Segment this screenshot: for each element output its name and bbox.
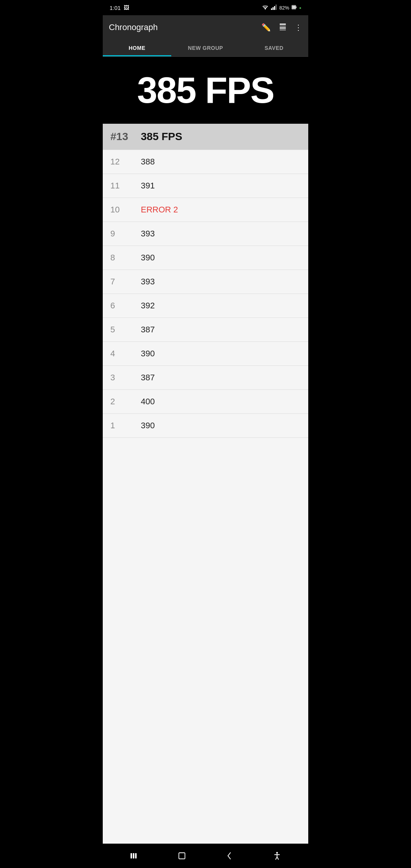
photo-icon: 🖼 [124, 5, 129, 11]
table-row[interactable]: 5387 [103, 318, 308, 342]
tab-bar: HOME NEW GROUP SAVED [103, 40, 308, 57]
pencil-icon[interactable]: ✏️ [261, 23, 271, 32]
shot-number: 2 [110, 397, 141, 407]
shot-number: 7 [110, 277, 141, 287]
tab-home[interactable]: HOME [103, 40, 171, 56]
table-row[interactable]: 8390 [103, 246, 308, 270]
shot-value: 388 [141, 157, 155, 167]
status-right: 82% ● [262, 5, 301, 11]
more-icon[interactable]: ⋮ [295, 23, 302, 32]
svg-rect-8 [280, 24, 286, 25]
status-bar: 1:01 🖼 82% [103, 0, 308, 15]
shot-value: 393 [141, 277, 155, 287]
svg-rect-15 [179, 853, 185, 859]
battery-icon [292, 5, 297, 11]
shot-number: 8 [110, 253, 141, 263]
svg-point-0 [265, 8, 266, 9]
fps-main-value: 385 FPS [110, 72, 301, 108]
shot-number: 1 [110, 421, 141, 431]
table-row[interactable]: 9393 [103, 222, 308, 246]
shot-value: 390 [141, 253, 155, 263]
wifi-icon [262, 5, 269, 11]
svg-rect-2 [272, 7, 274, 10]
shot-number: #13 [110, 131, 141, 143]
shot-value: 387 [141, 373, 155, 383]
nav-home-icon[interactable] [173, 847, 191, 865]
shot-value: 390 [141, 421, 155, 431]
table-row[interactable]: 12388 [103, 150, 308, 174]
svg-point-16 [276, 852, 277, 854]
svg-rect-3 [274, 6, 275, 10]
table-row[interactable]: 1390 [103, 414, 308, 438]
shot-number: 6 [110, 301, 141, 311]
table-row[interactable]: 10ERROR 2 [103, 198, 308, 222]
shot-value: 387 [141, 325, 155, 335]
shot-value: 392 [141, 301, 155, 311]
table-row[interactable]: #13385 FPS [103, 124, 308, 150]
shot-value: 390 [141, 349, 155, 359]
shot-value: 400 [141, 397, 155, 407]
shot-number: 11 [110, 181, 141, 191]
svg-rect-1 [271, 8, 272, 10]
table-row[interactable]: 6392 [103, 294, 308, 318]
nav-bar [103, 844, 308, 868]
battery-dot: ● [299, 6, 301, 10]
nav-recent-icon[interactable] [125, 847, 143, 865]
svg-rect-12 [131, 853, 132, 858]
nav-accessibility-icon[interactable] [268, 847, 286, 865]
tab-new-group[interactable]: NEW GROUP [171, 40, 240, 56]
svg-rect-4 [276, 5, 277, 10]
status-left: 1:01 🖼 [110, 5, 129, 11]
svg-rect-14 [135, 853, 137, 858]
shot-number: 5 [110, 325, 141, 335]
app-bar: Chronograph ✏️ ⋮ [103, 15, 308, 40]
time-display: 1:01 [110, 5, 121, 11]
table-row[interactable]: 3387 [103, 366, 308, 390]
shot-value: 385 FPS [141, 131, 182, 143]
tab-saved[interactable]: SAVED [240, 40, 308, 56]
battery-percentage: 82% [279, 5, 289, 11]
shot-list: #13385 FPS123881139110ERROR 293938390739… [103, 124, 308, 844]
shot-number: 12 [110, 157, 141, 167]
strikethrough-icon[interactable] [279, 22, 287, 33]
table-row[interactable]: 4390 [103, 342, 308, 366]
shot-value: ERROR 2 [141, 205, 178, 215]
svg-rect-7 [292, 6, 295, 9]
shot-number: 4 [110, 349, 141, 359]
svg-rect-10 [280, 27, 286, 29]
svg-line-20 [277, 857, 279, 860]
shot-number: 3 [110, 373, 141, 383]
svg-rect-9 [280, 26, 286, 27]
svg-line-19 [276, 857, 277, 860]
svg-rect-6 [296, 6, 296, 8]
app-title: Chronograph [109, 22, 158, 32]
table-row[interactable]: 7393 [103, 270, 308, 294]
app-bar-actions: ✏️ ⋮ [261, 22, 302, 33]
svg-rect-13 [133, 853, 134, 858]
nav-back-icon[interactable] [220, 847, 239, 865]
fps-display: 385 FPS [103, 57, 308, 124]
signal-icon [271, 5, 277, 11]
shot-number: 10 [110, 205, 141, 215]
table-row[interactable]: 11391 [103, 174, 308, 198]
svg-rect-11 [280, 29, 286, 30]
shot-value: 391 [141, 181, 155, 191]
table-row[interactable]: 2400 [103, 390, 308, 414]
shot-value: 393 [141, 229, 155, 239]
shot-number: 9 [110, 229, 141, 239]
